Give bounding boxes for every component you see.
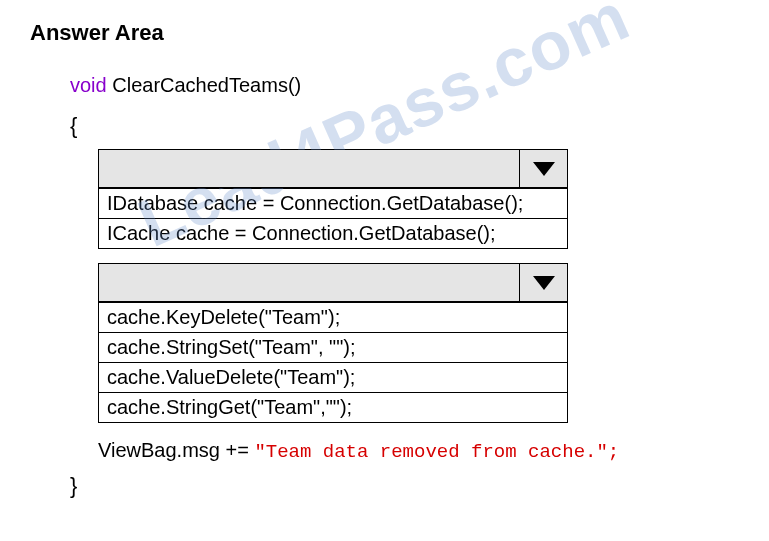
- method-signature: void ClearCachedTeams(): [70, 74, 739, 97]
- content-area: void ClearCachedTeams() { IDatabase cach…: [30, 74, 739, 499]
- method-name: ClearCachedTeams(): [107, 74, 302, 96]
- chevron-down-icon: [533, 276, 555, 290]
- brace-close: }: [70, 473, 739, 499]
- viewbag-lhs: ViewBag.msg +=: [98, 439, 254, 461]
- page-title: Answer Area: [30, 20, 739, 46]
- dropdown-1-option[interactable]: IDatabase cache = Connection.GetDatabase…: [99, 188, 567, 218]
- dropdown-1-trigger[interactable]: [519, 150, 567, 188]
- dropdown-1-header[interactable]: [99, 150, 567, 188]
- dropdown-1-option[interactable]: ICache cache = Connection.GetDatabase();: [99, 218, 567, 248]
- dropdown-2-option[interactable]: cache.KeyDelete("Team");: [99, 302, 567, 332]
- dropdown-2-option[interactable]: cache.ValueDelete("Team");: [99, 362, 567, 392]
- keyword-void: void: [70, 74, 107, 96]
- dropdown-2[interactable]: cache.KeyDelete("Team"); cache.StringSet…: [98, 263, 568, 423]
- dropdown-2-option[interactable]: cache.StringGet("Team","");: [99, 392, 567, 422]
- dropdown-2-option[interactable]: cache.StringSet("Team", "");: [99, 332, 567, 362]
- viewbag-string: "Team data removed from cache.";: [254, 441, 619, 463]
- dropdown-1[interactable]: IDatabase cache = Connection.GetDatabase…: [98, 149, 568, 249]
- viewbag-line: ViewBag.msg += "Team data removed from c…: [98, 439, 739, 463]
- dropdown-2-header[interactable]: [99, 264, 567, 302]
- dropdown-2-trigger[interactable]: [519, 264, 567, 302]
- brace-open: {: [70, 113, 739, 139]
- chevron-down-icon: [533, 162, 555, 176]
